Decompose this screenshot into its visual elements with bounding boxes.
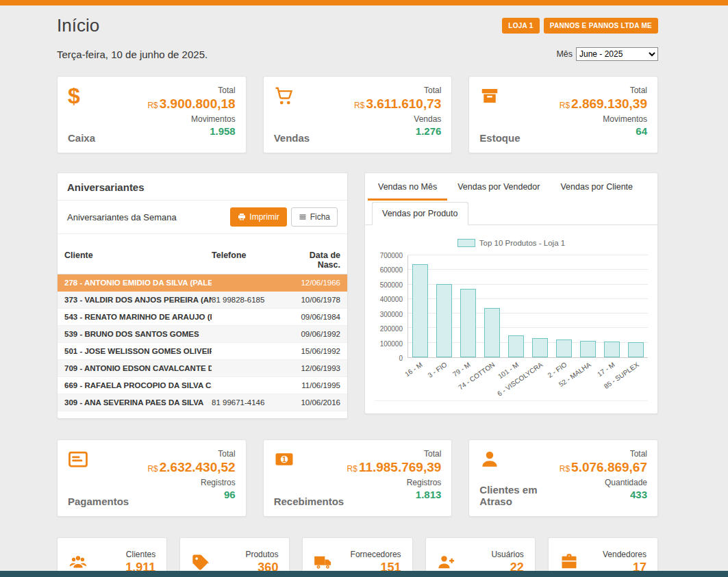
mini-card-label: Fornecedores [351,550,401,559]
total-label: Total [630,449,647,459]
count-label: Registros [201,478,236,487]
list-icon [299,213,307,221]
birthdays-subtitle: Aniversariantes da Semana [67,212,177,222]
date-cell: 10/06/2016 [286,398,340,407]
print-button[interactable]: Imprimir [230,207,286,227]
total-label: Total [424,449,441,459]
mini-card-label: Clientes [126,550,155,559]
chart-bar [556,339,571,357]
x-tick-label: 16 - M [403,361,424,378]
stat-card-clientes-atraso: Clientes em Atraso Total R$5.076.869,67 … [468,439,658,517]
count-value: 96 [224,489,236,500]
client-cell: 709 - ANTONIO EDSON CAVALCANTE D... [64,364,212,372]
chart-bars [408,255,648,357]
page-title: Início [57,15,99,36]
stat-card-title: Pagamentos [68,496,129,507]
column-header-telefone: Telefone [212,251,286,270]
total-value: 11.985.769,39 [359,460,441,474]
count-label: Quantidade [605,478,647,487]
summary-row-bottom: Pagamentos Total R$2.632.430,52 Registro… [57,439,658,517]
y-tick-label: 0 [399,355,403,362]
currency-prefix: R$ [560,101,570,110]
month-label: Mês [556,49,573,59]
phone-cell: 81 99671-4146 [212,398,286,407]
chart-bar [532,338,547,357]
count-label: Movimentos [191,114,236,124]
date-cell: 09/06/1984 [286,313,340,321]
count-label: Vendas [414,114,441,124]
total-label: Total [630,86,647,95]
tab-vendas-por-produto[interactable]: Vendas por Produto [372,202,468,225]
table-row[interactable]: 373 - VALDIR DOS ANJOS PEREIRA (AN... 81… [58,292,347,309]
total-value: 2.869.130,39 [571,97,647,111]
chart-bar [580,341,595,357]
total-label: Total [218,449,235,459]
tag-icon [191,552,210,572]
print-button-label: Imprimir [249,212,279,222]
ficha-button[interactable]: Ficha [291,207,338,227]
month-select[interactable]: June - 2025 [576,47,658,61]
column-header-cliente: Cliente [64,251,212,270]
count-label: Movimentos [603,114,647,124]
table-row[interactable]: 501 - JOSE WELISSON GOMES OLIVEIR... 15/… [58,343,347,360]
column-header-data-nasc: Data de Nasc. [286,251,340,270]
chart-legend: Top 10 Produtos - Loja 1 [375,239,648,247]
client-cell: 669 - RAFAELA PROCOPIO DA SILVA CA... [64,381,212,389]
legend-label: Top 10 Produtos - Loja 1 [479,239,565,247]
store-button[interactable]: LOJA 1 [502,18,539,34]
total-value: 5.076.869,67 [571,460,647,474]
birthdays-table: Cliente Telefone Data de Nasc. 278 - ANT… [58,246,347,411]
table-row[interactable]: 543 - RENATO MARINHO DE ARAUJO (F... 09/… [58,309,347,326]
truck-icon [314,552,333,572]
y-tick-label: 300000 [380,310,403,318]
count-value: 1.276 [416,125,442,137]
client-cell: 373 - VALDIR DOS ANJOS PEREIRA (AN... [64,296,212,304]
company-button[interactable]: PANNOS E PANNOS LTDA ME [544,18,658,34]
stat-card-title: Vendas [274,132,310,144]
date-cell: 12/06/1966 [286,279,340,287]
tab-vendas-por-cliente[interactable]: Vendas por Cliente [550,173,643,201]
money-icon: 1 [274,449,344,470]
total-label: Total [218,86,235,95]
currency-prefix: R$ [147,464,158,474]
chart-plot [407,255,648,358]
tab-vendas-no-mes[interactable]: Vendas no Mês [368,173,447,201]
table-row[interactable]: 278 - ANTONIO EMIDIO DA SILVA (PALE... 1… [58,274,347,292]
tab-vendas-por-vendedor[interactable]: Vendas por Vendedor [447,173,550,201]
client-cell: 309 - ANA SEVERINA PAES DA SILVA [64,398,212,407]
currency-prefix: R$ [354,101,364,110]
stat-card-recebimentos: 1 Recebimentos Total R$11.985.769,39 Reg… [263,439,453,517]
ficha-button-label: Ficha [310,212,330,222]
currency-prefix: R$ [560,464,570,474]
sales-tabs: Vendas no Mês Vendas por Vendedor Vendas… [365,173,657,201]
sales-chart: Top 10 Produtos - Loja 1 010000020000030… [365,225,657,401]
y-tick-label: 100000 [380,339,403,347]
total-value: 2.632.430,52 [160,460,236,474]
table-row[interactable]: 709 - ANTONIO EDSON CAVALCANTE D... 12/0… [58,360,347,377]
count-value: 1.813 [416,489,442,500]
person-icon [479,449,559,470]
chart-bar [628,342,643,357]
client-cell: 539 - BRUNO DOS SANTOS GOMES [64,330,212,338]
birthdays-title: Aniversariantes [58,173,347,201]
chart-bar [412,264,427,357]
stat-card-title: Clientes em Atraso [479,484,559,507]
chart-bar [604,342,619,357]
date-cell: 09/06/1992 [286,330,340,338]
cart-icon [274,86,310,106]
stat-card-title: Recebimentos [274,496,344,507]
stat-card-title: Estoque [479,132,520,144]
table-row[interactable]: 309 - ANA SEVERINA PAES DA SILVA 81 9967… [58,394,347,411]
printer-icon [238,213,246,221]
chart-bar [484,308,499,357]
chart-divider [375,400,648,401]
summary-row-top: $ Caixa Total R$3.900.800,18 Movimentos … [57,76,658,153]
svg-text:1: 1 [282,455,286,463]
table-row[interactable]: 539 - BRUNO DOS SANTOS GOMES 09/06/1992 [58,326,347,343]
phone-cell: 81 99828-6185 [212,296,286,304]
client-cell: 501 - JOSE WELISSON GOMES OLIVEIR... [64,347,212,355]
table-row[interactable]: 669 - RAFAELA PROCOPIO DA SILVA CA... 11… [58,377,347,394]
chart-bar [436,284,451,357]
total-value: 3.900.800,18 [160,97,236,111]
total-value: 3.611.610,73 [366,97,441,111]
